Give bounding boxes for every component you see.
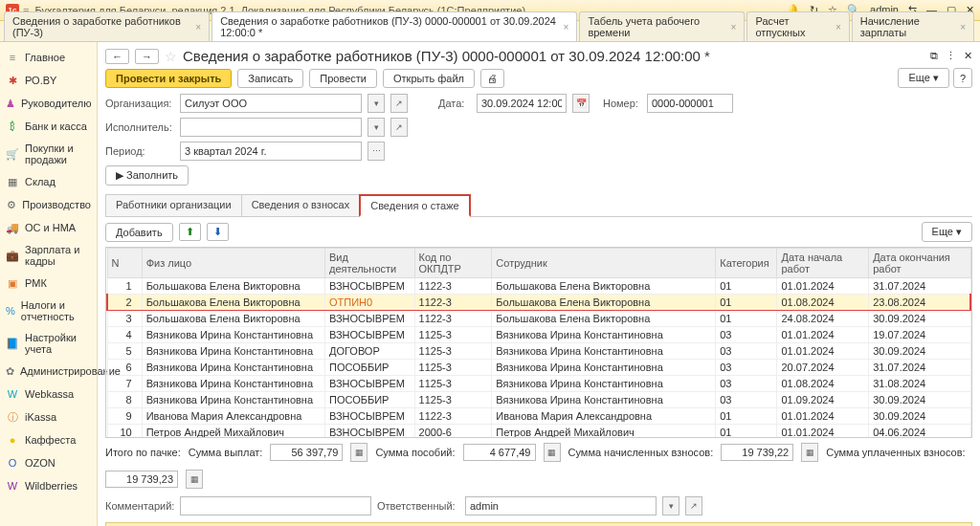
- document-tab[interactable]: Сведения о заработке работников (ПУ-3) 0…: [212, 11, 577, 41]
- nav-back-button[interactable]: ←: [105, 49, 129, 64]
- cell: 01.08.2024: [777, 376, 869, 392]
- executor-input[interactable]: [180, 118, 362, 137]
- period-input[interactable]: [180, 142, 362, 161]
- subtab[interactable]: Работники организации: [105, 194, 242, 216]
- table-row[interactable]: 10Петров Андрей МихайловичВЗНОСЫВРЕМ2000…: [107, 425, 970, 439]
- column-header[interactable]: Физ лицо: [142, 249, 324, 278]
- sidebar-item[interactable]: 📘Настройки учета: [0, 327, 97, 360]
- nav-forward-button[interactable]: →: [135, 49, 159, 64]
- table-row[interactable]: 7Вязникова Ирина КонстантиновнаВЗНОСЫВРЕ…: [107, 376, 970, 392]
- responsible-dropdown-icon[interactable]: ▾: [662, 496, 679, 515]
- section-icon: ⓘ: [6, 410, 19, 424]
- sum-pay-value[interactable]: [270, 444, 343, 461]
- table-row[interactable]: 8Вязникова Ирина КонстантиновнаПОСОББИР1…: [107, 392, 970, 408]
- column-header[interactable]: Код по ОКПДТР: [414, 249, 492, 278]
- favorite-icon[interactable]: ☆: [165, 49, 177, 64]
- tab-close-icon[interactable]: ×: [731, 22, 737, 33]
- document-tab[interactable]: Табель учета рабочего времени×: [579, 11, 745, 41]
- add-row-button[interactable]: Добавить: [105, 223, 173, 242]
- column-header[interactable]: Сотрудник: [492, 249, 716, 278]
- table-row[interactable]: 5Вязникова Ирина КонстантиновнаДОГОВОР11…: [107, 343, 970, 360]
- subtab[interactable]: Сведения о стаже: [359, 194, 471, 217]
- org-input[interactable]: [180, 94, 362, 113]
- calendar-icon[interactable]: 📅: [572, 94, 590, 113]
- calc-icon[interactable]: ▦: [801, 443, 818, 462]
- sum-paid-value[interactable]: [105, 471, 178, 488]
- period-label: Период:: [105, 145, 174, 157]
- subtab[interactable]: Сведения о взносах: [241, 194, 361, 216]
- move-up-button[interactable]: ⬆: [179, 223, 201, 241]
- executor-dropdown-icon[interactable]: ▾: [368, 118, 385, 137]
- sidebar-item[interactable]: %Налоги и отчетность: [0, 295, 97, 327]
- sidebar-item[interactable]: WWildberries: [0, 474, 97, 497]
- sidebar-item[interactable]: ⓘiKassa: [0, 405, 97, 428]
- more-button[interactable]: Еще ▾: [898, 68, 948, 88]
- comment-input[interactable]: [180, 496, 371, 515]
- sidebar-item[interactable]: ⚙Производство: [0, 193, 97, 216]
- table-row[interactable]: 2Большакова Елена ВикторовнаОТПИН01122-3…: [107, 295, 970, 311]
- sum-ben-value[interactable]: [463, 444, 536, 461]
- sum-acc-value[interactable]: [721, 444, 793, 461]
- sidebar-item[interactable]: ●Каффеста: [0, 428, 97, 451]
- sidebar-item[interactable]: OOZON: [0, 451, 97, 474]
- column-header[interactable]: Дата окончания работ: [869, 249, 970, 278]
- move-down-button[interactable]: ⬇: [207, 223, 229, 241]
- calc-icon[interactable]: ▦: [186, 470, 203, 489]
- date-input[interactable]: [477, 94, 567, 113]
- calc-icon[interactable]: ▦: [350, 443, 368, 462]
- sidebar-item[interactable]: ♟Руководителю: [0, 92, 97, 115]
- tab-close-icon[interactable]: ×: [195, 22, 201, 33]
- post-button[interactable]: Провести: [309, 69, 377, 88]
- period-select-icon[interactable]: ⋯: [368, 142, 385, 161]
- sidebar-item[interactable]: 🛒Покупки и продажи: [0, 138, 97, 170]
- responsible-open-icon[interactable]: ↗: [685, 496, 702, 515]
- sidebar-item[interactable]: ✱РО.BY: [0, 69, 97, 92]
- table-row[interactable]: 6Вязникова Ирина КонстантиновнаПОСОББИР1…: [107, 360, 970, 376]
- cell: 03: [716, 376, 777, 392]
- sidebar-item[interactable]: ≡Главное: [0, 46, 97, 69]
- print-button[interactable]: 🖨: [480, 69, 504, 88]
- tab-close-icon[interactable]: ×: [564, 22, 569, 33]
- tab-close-icon[interactable]: ×: [960, 22, 966, 33]
- help-button[interactable]: ?: [953, 68, 972, 88]
- table-row[interactable]: 3Большакова Елена ВикторовнаВЗНОСЫВРЕМ11…: [107, 311, 970, 327]
- section-icon: 🚚: [6, 221, 19, 234]
- document-title: Сведения о заработке работников (ПУ-3) 0…: [183, 48, 710, 64]
- document-tab[interactable]: Сведения о заработке работников (ПУ-3)×: [4, 11, 210, 41]
- post-and-close-button[interactable]: Провести и закрыть: [105, 69, 232, 88]
- data-grid[interactable]: NФиз лицоВид деятельностиКод по ОКПДТРСо…: [105, 247, 972, 438]
- doc-close-icon[interactable]: ✕: [964, 50, 972, 62]
- detach-icon[interactable]: ⧉: [930, 50, 938, 62]
- sidebar-item[interactable]: 💼Зарплата и кадры: [0, 239, 97, 272]
- column-header[interactable]: Дата начала работ: [777, 249, 869, 278]
- document-tab[interactable]: Начисление зарплаты×: [852, 11, 974, 41]
- sidebar-label: Главное: [25, 52, 65, 63]
- column-header[interactable]: N: [107, 249, 142, 278]
- calc-icon[interactable]: ▦: [544, 443, 561, 462]
- column-header[interactable]: Категория: [716, 249, 777, 278]
- cell: 01.01.2024: [777, 327, 869, 343]
- column-header[interactable]: Вид деятельности: [325, 249, 415, 278]
- number-input[interactable]: [647, 94, 733, 113]
- table-row[interactable]: 1Большакова Елена ВикторовнаВЗНОСЫВРЕМ11…: [107, 278, 970, 295]
- responsible-input[interactable]: [465, 496, 657, 515]
- org-open-icon[interactable]: ↗: [390, 94, 408, 113]
- grid-more-button[interactable]: Еще ▾: [922, 222, 972, 242]
- sidebar-item[interactable]: ▦Склад: [0, 170, 97, 193]
- fill-button[interactable]: ▶ Заполнить: [105, 165, 189, 186]
- sidebar-item[interactable]: WWebkassa: [0, 383, 97, 405]
- table-row[interactable]: 4Вязникова Ирина КонстантиновнаВЗНОСЫВРЕ…: [107, 327, 970, 343]
- sidebar-item[interactable]: ₿Банк и касса: [0, 115, 97, 138]
- cell: Вязникова Ирина Константиновна: [142, 360, 324, 376]
- executor-open-icon[interactable]: ↗: [390, 118, 408, 137]
- sidebar-item[interactable]: ▣РМК: [0, 272, 97, 295]
- document-tab[interactable]: Расчет отпускных×: [746, 11, 849, 41]
- write-button[interactable]: Записать: [237, 69, 303, 88]
- org-dropdown-icon[interactable]: ▾: [368, 94, 385, 113]
- tab-close-icon[interactable]: ×: [835, 22, 841, 33]
- sidebar-item[interactable]: 🚚ОС и НМА: [0, 216, 97, 239]
- open-file-button[interactable]: Открыть файл: [383, 69, 475, 88]
- table-row[interactable]: 9Иванова Мария АлександровнаВЗНОСЫВРЕМ11…: [107, 408, 970, 425]
- doc-options-icon[interactable]: ⋮: [946, 50, 956, 62]
- sidebar-item[interactable]: ✿Администрирование: [0, 360, 97, 383]
